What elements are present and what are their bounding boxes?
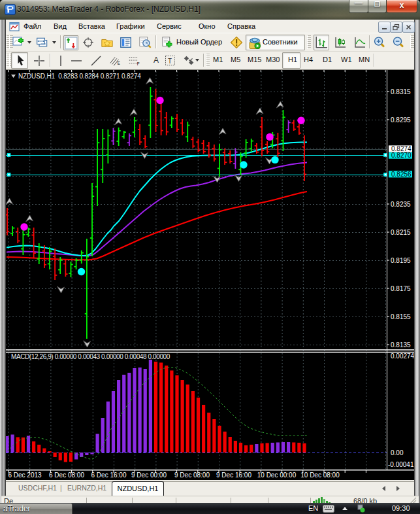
svg-text:0.00274: 0.00274 (391, 352, 414, 360)
svg-text:10 Dec 00:00: 10 Dec 00:00 (257, 471, 297, 479)
svg-text:0.8315: 0.8315 (391, 88, 411, 95)
svg-text:0.8175: 0.8175 (391, 285, 411, 292)
svg-text:0.8135: 0.8135 (391, 341, 411, 349)
svg-text:MACD(12,26,9) 0.00000 0.00043: MACD(12,26,9) 0.00000 0.00043 0.00000 0.… (11, 353, 170, 360)
svg-text:0.8195: 0.8195 (391, 257, 411, 264)
svg-text:9 Dec 16:00: 9 Dec 16:00 (216, 471, 251, 479)
svg-text:9 Dec 00:00: 9 Dec 00:00 (131, 471, 167, 479)
svg-text:9 Dec 08:00: 9 Dec 08:00 (174, 471, 210, 479)
svg-text:T: T (168, 58, 172, 65)
svg-text:0.8235: 0.8235 (391, 201, 411, 208)
svg-text:0.8270: 0.8270 (391, 152, 412, 159)
svg-text:0.8295: 0.8295 (391, 116, 411, 124)
svg-text:0.8256: 0.8256 (391, 171, 412, 178)
svg-text:0.00: 0.00 (391, 449, 404, 456)
svg-text:6 Dec 16:00: 6 Dec 16:00 (91, 471, 127, 479)
svg-text:E: E (118, 61, 120, 65)
svg-text:NZDUSD,H1 0.8283 0.8284 0.827: NZDUSD,H1 0.8283 0.8284 0.8271 0.8274 (18, 73, 141, 80)
svg-text:6 Dec 2013: 6 Dec 2013 (8, 471, 42, 479)
svg-text:6 Dec 08:00: 6 Dec 08:00 (49, 471, 84, 479)
svg-text:0.8215: 0.8215 (391, 229, 411, 236)
svg-text:0.8155: 0.8155 (391, 313, 411, 320)
svg-text:F: F (137, 61, 140, 66)
svg-text:-0.00041: -0.00041 (388, 461, 414, 468)
svg-text:10 Dec 08:00: 10 Dec 08:00 (300, 471, 340, 479)
